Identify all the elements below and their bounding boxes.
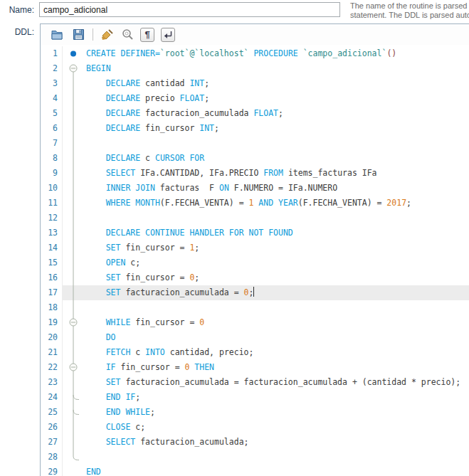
line-number: 7 [41,136,62,151]
fold-guide [62,240,83,255]
code-text[interactable]: DECLARE CONTINUE HANDLER FOR NOT FOUND [83,226,469,240]
line-number: 29 [41,465,62,476]
code-line[interactable]: 22 IF fin_cursor = 0 THEN [41,360,469,375]
line-number: 3 [41,76,62,91]
code-line[interactable]: 27 SELECT facturacion_acumulada; [41,435,469,450]
fold-guide [62,91,83,106]
fold-guide [62,285,83,300]
line-number: 16 [41,270,62,285]
line-number: 5 [41,106,62,121]
fold-guide [62,345,83,360]
line-number: 19 [41,315,62,330]
fold-guide [62,121,83,136]
code-line[interactable]: 7 [41,136,469,151]
beautify-icon[interactable] [99,28,115,42]
code-text[interactable]: CLOSE c; [83,420,469,435]
code-line[interactable]: 29END [41,465,469,476]
code-line[interactable]: 19 WHILE fin_cursor = 0 [41,315,469,330]
fold-guide [62,196,83,211]
code-text[interactable]: DECLARE precio FLOAT; [83,91,469,106]
code-text[interactable]: SELECT IFa.CANTIDAD, IFa.PRECIO FROM ite… [83,166,469,181]
code-text[interactable] [83,136,469,151]
code-line[interactable]: 24 END IF; [41,390,469,405]
code-line[interactable]: 17 SET facturacion_acumulada = 0; [41,285,469,300]
code-text[interactable]: END WHILE; [83,405,469,420]
search-icon[interactable] [120,28,135,42]
code-text[interactable]: END [83,465,469,476]
code-text[interactable]: SET fin_cursor = 0; [83,270,469,285]
code-line[interactable]: 20 DO [41,330,469,345]
code-text[interactable]: DO [83,330,469,345]
fold-guide [62,226,83,240]
code-text[interactable]: OPEN c; [83,255,469,270]
fold-guide [62,166,83,181]
code-text[interactable]: SELECT facturacion_acumulada; [83,435,469,450]
code-text[interactable] [83,450,469,465]
fold-guide [62,181,83,196]
line-number: 11 [41,196,62,211]
code-line[interactable]: 23 SET facturacion_acumulada = facturaci… [41,375,469,390]
code-line[interactable]: 2BEGIN [41,61,469,76]
code-line[interactable]: 18 [41,300,469,315]
code-text[interactable]: DECLARE facturacion_acumulada FLOAT; [83,106,469,121]
fold-collapse-icon[interactable] [62,315,83,330]
code-line[interactable]: 6 DECLARE fin_cursor INT; [41,121,469,136]
line-number: 23 [41,375,62,390]
code-line[interactable]: 28 [41,450,469,465]
code-text[interactable]: DECLARE cantidad INT; [83,76,469,91]
code-text[interactable]: IF fin_cursor = 0 THEN [83,360,469,375]
save-icon[interactable] [70,28,86,42]
code-text[interactable]: WHILE fin_cursor = 0 [83,315,469,330]
code-text[interactable] [83,211,469,226]
code-line[interactable]: 13 DECLARE CONTINUE HANDLER FOR NOT FOUN… [41,226,469,240]
code-area[interactable]: 1CREATE DEFINER=`root`@`localhost` PROCE… [41,45,469,476]
line-number: 12 [41,211,62,226]
code-line[interactable]: 21 FETCH c INTO cantidad, precio; [41,345,469,360]
line-number: 4 [41,91,62,106]
code-line[interactable]: 1CREATE DEFINER=`root`@`localhost` PROCE… [41,46,469,61]
code-text[interactable]: END IF; [83,390,469,405]
code-line[interactable]: 5 DECLARE facturacion_acumulada FLOAT; [41,106,469,121]
code-line[interactable]: 15 OPEN c; [41,255,469,270]
code-text[interactable]: DECLARE fin_cursor INT; [83,121,469,136]
help-text-line1: The name of the routine is parsed aut [350,1,469,11]
code-line[interactable]: 10 INNER JOIN facturas F ON F.NUMERO = I… [41,181,469,196]
code-line[interactable]: 26 CLOSE c; [41,420,469,435]
code-line[interactable]: 9 SELECT IFa.CANTIDAD, IFa.PRECIO FROM i… [41,166,469,181]
code-text[interactable]: BEGIN [83,61,469,76]
statement-marker-icon [62,46,83,61]
line-number: 17 [41,285,62,300]
code-line[interactable]: 4 DECLARE precio FLOAT; [41,91,469,106]
code-text[interactable]: SET facturacion_acumulada = facturacion_… [83,375,469,390]
code-line[interactable]: 3 DECLARE cantidad INT; [41,76,469,91]
fold-collapse-icon[interactable] [62,360,83,375]
fold-guide [62,420,83,435]
show-invisibles-button[interactable]: ¶ [140,28,154,42]
code-text[interactable]: DECLARE c CURSOR FOR [83,151,469,166]
code-line[interactable]: 25 END WHILE; [41,405,469,420]
code-line[interactable]: 11 WHERE MONTH(F.FECHA_VENTA) = 1 AND YE… [41,196,469,211]
code-text[interactable]: FETCH c INTO cantidad, precio; [83,345,469,360]
code-line[interactable]: 14 SET fin_cursor = 1; [41,240,469,255]
line-number: 8 [41,151,62,166]
code-line[interactable]: 8 DECLARE c CURSOR FOR [41,151,469,166]
fold-collapse-icon[interactable] [62,61,83,76]
line-number: 2 [41,61,62,76]
routine-editor-panel: Name: The name of the routine is parsed … [0,0,469,476]
help-text-line2: statement. The DDL is parsed automa [350,11,469,20]
open-file-icon[interactable] [50,28,65,42]
code-text[interactable]: SET facturacion_acumulada = 0; [83,285,469,300]
code-text[interactable]: CREATE DEFINER=`root`@`localhost` PROCED… [83,46,469,61]
code-text[interactable] [83,300,469,315]
routine-name-input[interactable] [39,2,340,17]
fold-guide [62,375,83,390]
code-line[interactable]: 12 [41,211,469,226]
code-text[interactable]: WHERE MONTH(F.FECHA_VENTA) = 1 AND YEAR(… [83,196,469,211]
word-wrap-button[interactable] [161,28,175,42]
code-text[interactable]: INNER JOIN facturas F ON F.NUMERO = IFa.… [83,181,469,196]
line-number: 15 [41,255,62,270]
code-text[interactable]: SET fin_cursor = 1; [83,240,469,255]
code-line[interactable]: 16 SET fin_cursor = 0; [41,270,469,285]
wrap-arrow-icon [164,31,172,39]
line-number: 9 [41,166,62,181]
